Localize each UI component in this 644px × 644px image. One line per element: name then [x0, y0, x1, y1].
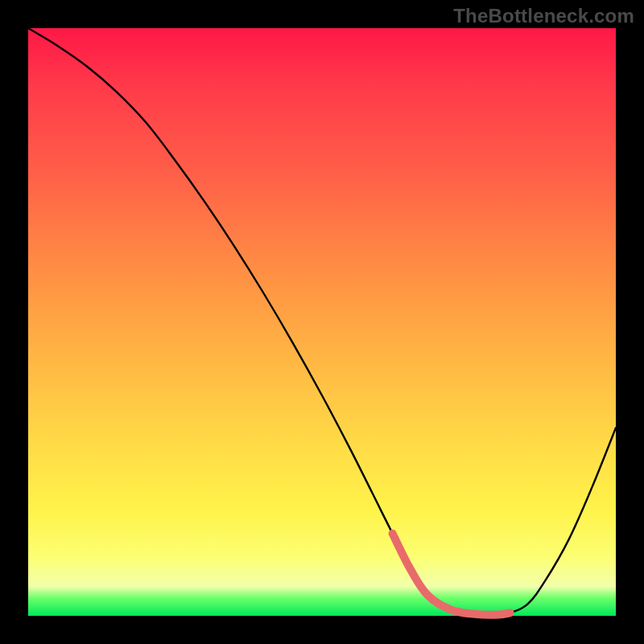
plot-area	[28, 28, 616, 616]
chart-frame: TheBottleneck.com	[0, 0, 644, 644]
basin-highlight	[393, 534, 510, 615]
curve-svg	[28, 28, 616, 616]
bottleneck-curve	[28, 28, 616, 615]
watermark-text: TheBottleneck.com	[453, 5, 634, 27]
